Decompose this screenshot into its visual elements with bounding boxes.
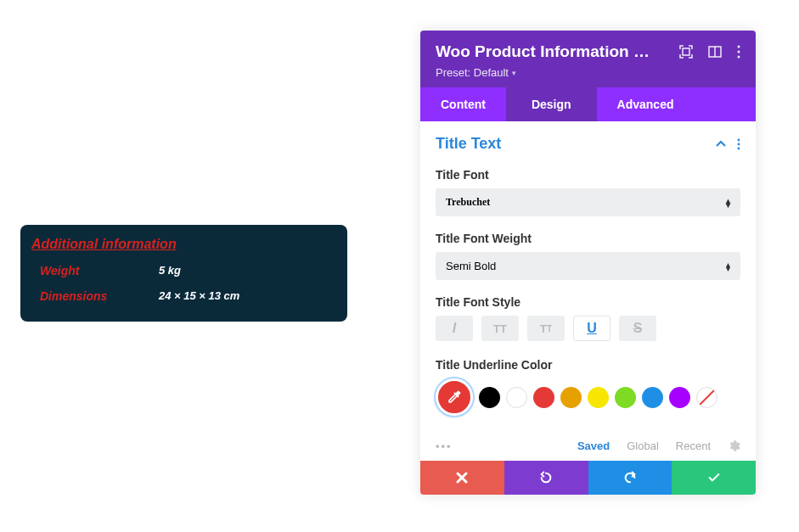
weight-label: Title Font Weight xyxy=(436,232,740,245)
swatch-purple[interactable] xyxy=(669,387,690,408)
global-tab[interactable]: Global xyxy=(627,440,659,452)
preview-row-value: 5 kg xyxy=(159,264,181,277)
expand-icon[interactable] xyxy=(679,45,693,59)
preview-row-value: 24 × 15 × 13 cm xyxy=(159,289,239,303)
italic-button[interactable]: I xyxy=(436,316,473,341)
preview-row-label: Dimensions xyxy=(40,289,159,303)
svg-rect-0 xyxy=(683,48,689,55)
cancel-button[interactable] xyxy=(420,461,504,495)
product-info-preview: Additional information Weight 5 kg Dimen… xyxy=(20,225,347,322)
panel-title: Woo Product Information S... xyxy=(436,42,656,61)
style-label: Title Font Style xyxy=(436,295,740,309)
tab-content[interactable]: Content xyxy=(420,87,506,121)
gear-icon[interactable] xyxy=(728,440,740,452)
font-select-value: Trebuchet xyxy=(446,196,490,209)
panel-tabs: Content Design Advanced xyxy=(420,87,756,121)
swatch-orange[interactable] xyxy=(560,387,582,408)
svg-point-3 xyxy=(738,46,740,48)
panel-actions xyxy=(420,461,756,495)
weight-select-value: Semi Bold xyxy=(446,260,496,272)
preview-row: Dimensions 24 × 15 × 13 cm xyxy=(33,289,335,303)
swatch-red[interactable] xyxy=(533,387,554,408)
svg-point-6 xyxy=(738,138,740,141)
redo-button[interactable] xyxy=(588,461,672,495)
preview-row: Weight 5 kg xyxy=(33,264,335,277)
swatch-black[interactable] xyxy=(479,387,500,408)
underline-color-label: Title Underline Color xyxy=(436,358,740,372)
swatch-green[interactable] xyxy=(615,387,636,408)
svg-point-4 xyxy=(738,51,740,53)
uppercase-button[interactable]: TT xyxy=(481,316,519,341)
strikethrough-button[interactable]: S xyxy=(619,316,656,341)
swatch-blue[interactable] xyxy=(642,387,663,408)
more-icon[interactable] xyxy=(737,45,740,59)
underline-button[interactable]: U xyxy=(573,316,611,341)
section-more-icon[interactable] xyxy=(737,138,740,150)
swatch-row xyxy=(436,378,740,416)
section-title: Title Text xyxy=(436,135,501,153)
select-caret-icon: ▴▾ xyxy=(726,262,730,271)
weight-select[interactable]: Semi Bold ▴▾ xyxy=(436,252,740,280)
preset-dropdown[interactable]: Preset: Default xyxy=(436,66,740,79)
font-select[interactable]: Trebuchet ▴▾ xyxy=(436,188,740,216)
smallcaps-button[interactable]: TT xyxy=(527,316,565,341)
font-label: Title Font xyxy=(436,168,740,182)
columns-icon[interactable] xyxy=(708,45,722,59)
undo-button[interactable] xyxy=(504,461,588,495)
tab-design[interactable]: Design xyxy=(506,87,597,121)
svg-point-5 xyxy=(738,56,740,59)
collapse-icon[interactable] xyxy=(715,138,727,150)
swatch-yellow[interactable] xyxy=(588,387,609,408)
svg-point-8 xyxy=(738,147,740,149)
swatch-white[interactable] xyxy=(506,387,527,408)
settings-panel: Woo Product Information S... Preset: Def… xyxy=(420,31,756,495)
save-button[interactable] xyxy=(672,461,756,495)
recent-tab[interactable]: Recent xyxy=(676,440,711,452)
preview-title: Additional information xyxy=(31,237,335,252)
panel-header: Woo Product Information S... Preset: Def… xyxy=(420,31,756,87)
saved-tab[interactable]: Saved xyxy=(577,440,610,452)
swatch-red-selected[interactable] xyxy=(436,378,473,416)
preview-row-label: Weight xyxy=(40,264,159,277)
more-dots-icon[interactable]: ••• xyxy=(436,440,453,452)
svg-point-7 xyxy=(738,143,740,145)
tab-advanced[interactable]: Advanced xyxy=(597,87,695,121)
select-caret-icon: ▴▾ xyxy=(726,199,730,207)
swatch-none[interactable] xyxy=(696,387,717,408)
